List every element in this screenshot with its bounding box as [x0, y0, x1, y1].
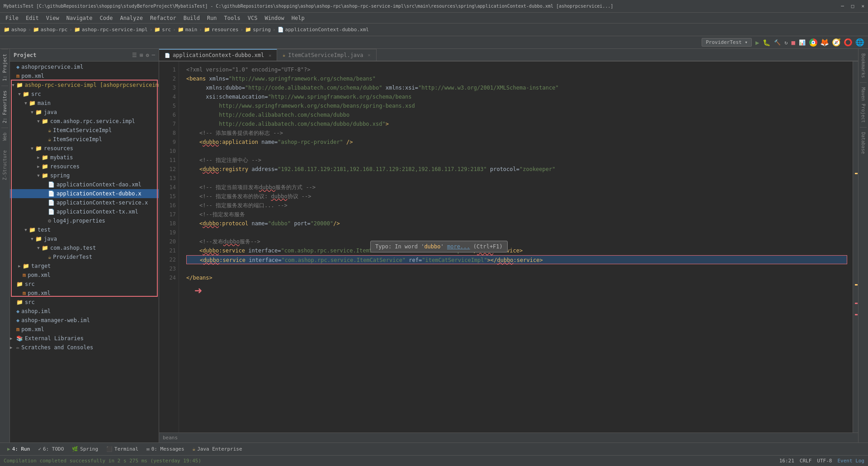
coverage-button[interactable]: 📊	[799, 39, 806, 46]
tree-item[interactable]: 📄applicationContext-service.x	[10, 198, 159, 207]
breadcrumb-item-spring[interactable]: 📁spring	[245, 27, 271, 33]
event-log[interactable]: Event Log	[837, 458, 864, 464]
tree-item[interactable]: 📁src	[10, 298, 159, 307]
tree-item[interactable]: mpom.xml	[10, 325, 159, 334]
code-line: xmlns:dubbo="http://code.alibabatech.com…	[186, 83, 847, 92]
minimize-button[interactable]: ─	[841, 3, 844, 9]
tree-item[interactable]: ▶📁resources	[10, 162, 159, 171]
sidebar-maven[interactable]: Maven Project	[860, 83, 867, 128]
breadcrumb-separator: ›	[173, 27, 176, 33]
stop-button[interactable]: ■	[792, 39, 795, 46]
tree-item[interactable]: ▼📁ashop-rpc-service-impl [ashoprpcservic…	[10, 81, 159, 90]
sidebar-item-favorites[interactable]: 2: Favorites	[1, 86, 8, 128]
tree-item[interactable]: ◆ashoprpcservice.iml	[10, 62, 159, 71]
tree-item[interactable]: 📄applicationContext-tx.xml	[10, 207, 159, 216]
tree-item[interactable]: ▼📁java	[10, 234, 159, 243]
tree-item[interactable]: ▼📁com.ashop.test	[10, 243, 159, 252]
maximize-button[interactable]: □	[851, 3, 854, 9]
menu-item-help[interactable]: Help	[288, 14, 308, 22]
edge-icon[interactable]: 🌐	[855, 38, 864, 47]
sidebar-bookmarks[interactable]: Bookmarks	[860, 49, 867, 83]
tab-applicationcontext-dubbo[interactable]: 📄 applicationContext-dubbo.xml ✕	[159, 49, 277, 61]
code-content[interactable]: <?xml version="1.0" encoding="UTF-8"?><b…	[181, 62, 853, 433]
tree-item[interactable]: ⚙log4j.properties	[10, 216, 159, 225]
terminal-btn[interactable]: ⬛ Terminal	[103, 445, 142, 453]
spring-btn[interactable]: 🌿 Spring	[68, 445, 102, 453]
menu-item-refactor[interactable]: Refactor	[146, 14, 180, 22]
todo-btn[interactable]: ✓ 6: TODO	[34, 445, 67, 453]
menu-item-run[interactable]: Run	[203, 14, 221, 22]
external-libraries-item[interactable]: ▶📚External Libraries	[10, 334, 159, 343]
panel-layout-icon[interactable]: ⊞	[140, 52, 143, 58]
firefox-icon[interactable]: 🦊	[820, 38, 829, 47]
sidebar-database[interactable]: Database	[860, 128, 867, 158]
breadcrumb-item-ashop-rpc[interactable]: 📁ashop-rpc	[33, 27, 68, 33]
breadcrumb-item-resources[interactable]: 📁resources	[204, 27, 239, 33]
run-panel-btn[interactable]: ▶ 4: Run	[4, 445, 33, 453]
sidebar-item-web[interactable]: Web	[1, 128, 8, 145]
tree-item[interactable]: ◆ashop.iml	[10, 307, 159, 316]
breadcrumb-item-ashop-rpc-service-impl[interactable]: 📁ashop-rpc-service-impl	[74, 27, 148, 33]
tree-item[interactable]: ▼📁java	[10, 108, 159, 117]
tab-close-1[interactable]: ✕	[269, 53, 271, 58]
messages-btn[interactable]: ✉ 0: Messages	[143, 445, 188, 453]
scratches-item[interactable]: ▶✏Scratches and Consoles	[10, 343, 159, 352]
menu-item-navigate[interactable]: Navigate	[63, 14, 96, 22]
build-button[interactable]: 🔨	[774, 39, 781, 46]
chrome-icon[interactable]	[809, 38, 817, 47]
tree-item[interactable]: ▶📁target	[10, 262, 159, 271]
menu-item-file[interactable]: File	[2, 14, 22, 22]
close-button[interactable]: ✕	[861, 3, 864, 9]
sidebar-item-structure[interactable]: Z-Structure	[1, 146, 8, 185]
tree-item[interactable]: ▼📁src	[10, 90, 159, 99]
tree-item[interactable]: ▼📁test	[10, 225, 159, 234]
tree-item[interactable]: ☕ProviderTest	[10, 252, 159, 262]
menu-item-edit[interactable]: Edit	[22, 14, 42, 22]
menu-item-vcs[interactable]: VCS	[244, 14, 261, 22]
menu-item-view[interactable]: View	[42, 14, 63, 22]
tree-item[interactable]: 📄applicationContext-dao.xml	[10, 180, 159, 189]
tree-item[interactable]: 📁src	[10, 280, 159, 289]
menu-item-window[interactable]: Window	[261, 14, 288, 22]
tree-item[interactable]: ☕ItemServiceImpl	[10, 135, 159, 144]
run-config[interactable]: ProviderTest ▾	[702, 38, 752, 47]
menu-item-tools[interactable]: Tools	[221, 14, 244, 22]
encoding-indicator[interactable]: UTF-8	[817, 458, 832, 464]
tooltip-more-link[interactable]: more...	[447, 243, 470, 250]
safari-icon[interactable]: 🧭	[832, 38, 841, 47]
tree-item[interactable]: mpom.xml	[10, 271, 159, 280]
tree-item[interactable]: ▼📁com.ashop.rpc.service.impl	[10, 117, 159, 126]
left-sidebar: 1: Project 2: Favorites Web Z-Structure	[0, 49, 10, 442]
tab-itemcatserviceimpl[interactable]: ☕ ItemCatServiceImpl.java ✕	[277, 49, 376, 61]
tree-item[interactable]: mpom.xml	[10, 289, 159, 298]
breadcrumb-item-ashop[interactable]: 📁ashop	[4, 27, 26, 33]
breadcrumb-item-src[interactable]: 📁src	[154, 27, 171, 33]
run-button[interactable]: ▶	[755, 39, 759, 46]
tree-item[interactable]: ▶📁mybatis	[10, 153, 159, 162]
tree-item[interactable]: 📄applicationContext-dubbo.x	[10, 189, 159, 198]
panel-menu-icon[interactable]: ☰	[132, 52, 137, 58]
panel-minimize-icon[interactable]: ─	[152, 52, 155, 58]
breadcrumb-item-applicationContext-dubbo-xml[interactable]: 📄applicationContext-dubbo.xml	[278, 27, 369, 33]
java-enterprise-btn[interactable]: ☕ Java Enterprise	[189, 445, 246, 453]
tree-item[interactable]: ▼📁resources	[10, 144, 159, 153]
menu-item-build[interactable]: Build	[180, 14, 203, 22]
tab-close-2[interactable]: ✕	[368, 52, 371, 57]
sidebar-item-project[interactable]: 1: Project	[1, 49, 8, 86]
panel-settings-icon[interactable]: ⚙	[146, 52, 149, 58]
code-editor[interactable]: 123456789101112131415161718192021222324 …	[159, 62, 858, 433]
breadcrumb-item-main[interactable]: 📁main	[178, 27, 198, 33]
tree-item[interactable]: mpom.xml	[10, 71, 159, 81]
crlf-indicator[interactable]: CRLF	[800, 458, 812, 464]
menu-item-analyze[interactable]: Analyze	[116, 14, 146, 22]
tree-item[interactable]: ☕ItemCatServiceImpl	[10, 126, 159, 135]
tree-item[interactable]: ▼📁main	[10, 99, 159, 108]
tree-item[interactable]: ◆ashop-manager-web.iml	[10, 316, 159, 325]
update-button[interactable]: ↻	[784, 39, 788, 46]
menu-item-code[interactable]: Code	[96, 14, 117, 22]
debug-button[interactable]: 🐛	[763, 39, 770, 46]
tree-item-label: target	[31, 263, 51, 269]
scroll-track[interactable]	[853, 62, 858, 433]
opera-icon[interactable]: ⭕	[844, 38, 853, 47]
tree-item[interactable]: ▼📁spring	[10, 171, 159, 180]
